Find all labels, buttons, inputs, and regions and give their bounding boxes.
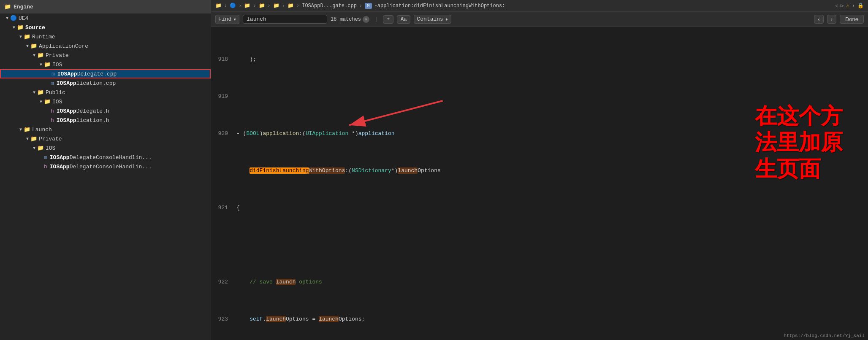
find-next-button[interactable]: › (827, 15, 836, 24)
tree-item-private2[interactable]: ▼ 📁 Private (0, 134, 211, 143)
watermark: https://blog.csdn.net/Yj_sail (784, 333, 865, 338)
folder-icon: 📁 (17, 24, 24, 31)
tree-item-ios2[interactable]: ▼ 📁 IOS (0, 97, 211, 106)
line-content: - (BOOL)application:(UIApplication *)app… (236, 129, 868, 138)
contains-label: Contains (417, 16, 443, 22)
tree-item-private[interactable]: ▼ 📁 Private (0, 51, 211, 60)
line-number: 919 (215, 92, 236, 101)
line-content (236, 92, 868, 101)
tree-label: Public (46, 89, 65, 96)
tree-label: IOSApplication.cpp (57, 80, 116, 86)
find-type-dropdown[interactable]: Find ▾ (215, 15, 239, 24)
label-bold: IOSApp (57, 108, 76, 114)
chevron-icon: ▼ (18, 35, 24, 39)
line-number: 922 (215, 278, 236, 287)
label-normal: lication.cpp (76, 80, 116, 86)
breadcrumb-sep: › (359, 3, 362, 9)
tree-item-ios1[interactable]: ▼ 📁 IOS (0, 60, 211, 69)
clear-find-button[interactable]: ✕ (363, 16, 369, 23)
tree-label: Private (46, 52, 69, 59)
breadcrumb-folder4: 📁 (273, 3, 279, 9)
tree-item-ios3[interactable]: ▼ 📁 IOS (0, 143, 211, 153)
folder-icon: 📁 (37, 145, 44, 151)
code-line-923: 923 self.launchOptions = launchOptions; (215, 315, 868, 324)
tree-item-appcore[interactable]: ▼ 📁 ApplicationCore (0, 41, 211, 51)
line-content: didFinishLaunchingWithOptions:(NSDiction… (236, 166, 868, 175)
sidebar-title: Engine (14, 4, 33, 10)
breadcrumb-sep: › (253, 3, 256, 9)
chevron-icon: ▼ (18, 127, 24, 132)
lock-icon: 🔒 (857, 3, 864, 9)
find-done-button[interactable]: Done (840, 15, 864, 24)
line-content: { (236, 203, 868, 213)
editor: 📁 › 🔵 › 📁 › 📁 › 📁 › 📁 › IOSAppD...gate.c… (211, 0, 868, 340)
chevron-icon: ▼ (38, 100, 44, 104)
header-file-icon: h (51, 117, 54, 124)
breadcrumb-folder3: 📁 (259, 3, 265, 9)
tree-label: IOSAppDelegateConsoleHandlin... (50, 154, 152, 161)
tree-label: ApplicationCore (39, 43, 88, 49)
add-button[interactable]: + (383, 15, 393, 24)
code-line-blank (215, 240, 868, 250)
tree-item-ue4[interactable]: ▼ 🔵 UE4 (0, 13, 211, 23)
plus-icon: + (387, 16, 390, 22)
tree-item-source[interactable]: ▼ 📁 Source (0, 23, 211, 32)
tree-item-iosapplication-cpp[interactable]: m IOSApplication.cpp (0, 78, 211, 88)
chevron-icon: ▼ (4, 16, 10, 21)
line-number: 923 (215, 315, 236, 324)
line-number: 920 (215, 129, 236, 138)
separator: | (374, 16, 378, 22)
match-case-button[interactable]: Aa (397, 15, 410, 24)
match-type-dropdown[interactable]: Contains ⬧ (414, 15, 451, 24)
sidebar: 📁 Engine ▼ 🔵 UE4 ▼ 📁 Source ▼ 📁 Runtime … (0, 0, 211, 340)
matches-count: 18 matches (331, 16, 361, 22)
chevron-icon: ▼ (31, 53, 37, 58)
tree-item-iosappdelegate-cpp[interactable]: m IOSAppDelegate.cpp (0, 69, 211, 78)
tree-item-iosapplication-h[interactable]: h IOSApplication.h (0, 116, 211, 125)
breadcrumb-sep: ▷ (841, 3, 844, 9)
folder-icon: 📁 (30, 43, 37, 49)
tree-item-launch[interactable]: ▼ 📁 Launch (0, 125, 211, 134)
breadcrumb-file[interactable]: IOSAppD...gate.cpp (302, 3, 357, 9)
breadcrumb-method[interactable]: -application:didFinishLaunchingWithOptio… (374, 3, 505, 9)
breadcrumb-sep: ◁ (835, 3, 838, 9)
tree-label: Source (25, 24, 45, 31)
cpp-file-icon: m (51, 80, 54, 86)
folder-icon: 📁 (30, 135, 37, 142)
tree-item-runtime[interactable]: ▼ 📁 Runtime (0, 32, 211, 41)
chevron-down-icon: ▾ (233, 16, 236, 23)
chevron-icon: ▼ (11, 25, 17, 30)
code-line-920b: didFinishLaunchingWithOptions:(NSDiction… (215, 166, 868, 175)
find-prev-button[interactable]: ‹ (814, 15, 823, 24)
breadcrumb-folder5: 📁 (288, 3, 294, 9)
warning-icon: ⚠ (846, 3, 849, 9)
breadcrumb-method-badge: M (365, 3, 372, 9)
line-content: // save launch options (236, 278, 868, 287)
code-line-922: 922 // save launch options (215, 278, 868, 287)
tree-item-consoleh[interactable]: h IOSAppDelegateConsoleHandlin... (0, 162, 211, 171)
chevron-icon: ▼ (24, 137, 30, 141)
folder-icon: 📁 (37, 52, 44, 59)
find-input[interactable] (243, 15, 327, 24)
tree-label: IOS (46, 145, 55, 151)
tree-item-consolecpp[interactable]: m IOSAppDelegateConsoleHandlin... (0, 153, 211, 162)
tree-label: IOS (52, 99, 62, 105)
tree-item-public[interactable]: ▼ 📁 Public (0, 88, 211, 97)
find-type-label: Find (218, 16, 231, 22)
label-normal: lication.h (76, 117, 109, 124)
code-line-921: 921 { (215, 203, 868, 213)
cpp-file-icon: m (52, 71, 55, 77)
breadcrumb-sep: › (239, 3, 241, 9)
code-area[interactable]: 918 ); 919 920 - (BOOL)application:(UIAp… (211, 27, 868, 340)
line-content (236, 240, 868, 250)
folder-icon: 📁 (37, 89, 44, 96)
code-line-919: 919 (215, 92, 868, 101)
chevron-icon: ▼ (38, 62, 44, 67)
breadcrumb-sep: › (296, 3, 299, 9)
tree-item-iosappdelegate-h[interactable]: h IOSAppDelegate.h (0, 106, 211, 116)
label-bold: IOSApp (50, 164, 70, 170)
chevron-icon: ▼ (31, 90, 37, 95)
breadcrumb-blueprint: 🔵 (230, 3, 236, 9)
line-content: self.launchOptions = launchOptions; (236, 315, 868, 324)
line-number: 918 (215, 55, 236, 64)
